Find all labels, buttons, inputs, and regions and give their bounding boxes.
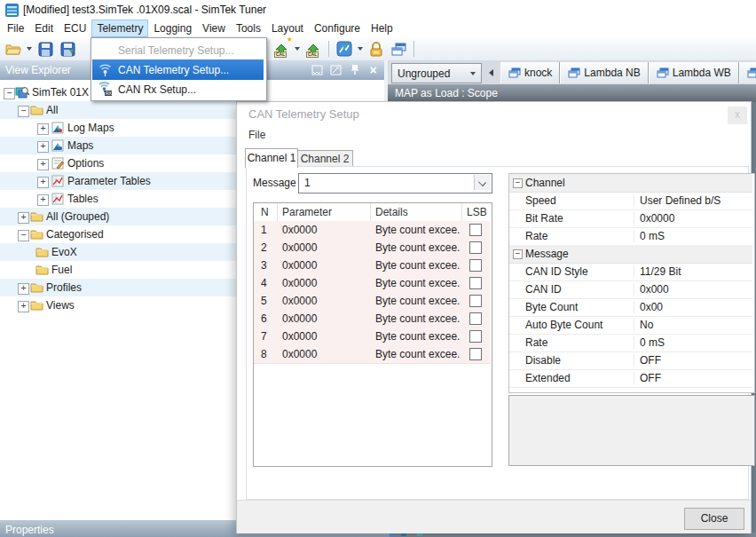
- menu-file[interactable]: File: [2, 20, 29, 37]
- property-value[interactable]: OFF: [634, 354, 752, 367]
- table-row[interactable]: 2 0x0000 Byte count excee...: [254, 239, 490, 257]
- menu-tools[interactable]: Tools: [231, 20, 266, 37]
- scroll-tabs-left-button[interactable]: [484, 65, 498, 80]
- menu-item-can-telemetry-setup[interactable]: CAN Telemetry Setup...: [92, 59, 264, 80]
- tree-node-label: EvoX: [51, 246, 77, 258]
- expander[interactable]: +: [37, 141, 49, 153]
- column-header-details[interactable]: Details: [375, 206, 408, 218]
- expander[interactable]: +: [18, 212, 29, 224]
- open-file-button[interactable]: [4, 39, 23, 59]
- chart-view-button[interactable]: [335, 39, 354, 59]
- table-row[interactable]: 4 0x0000 Byte count excee...: [254, 274, 490, 293]
- expander[interactable]: +: [18, 283, 29, 295]
- property-row[interactable]: Rate0 mS: [509, 334, 752, 352]
- tab-knock[interactable]: knock: [500, 62, 560, 83]
- lsb-checkbox[interactable]: [469, 330, 482, 343]
- save-as-button[interactable]: [58, 39, 77, 59]
- panel-options-icon[interactable]: [329, 63, 343, 76]
- tab-launch[interactable]: Launch: [739, 62, 756, 83]
- lsb-checkbox[interactable]: [469, 241, 482, 254]
- group-selector-dropdown[interactable]: Ungrouped: [391, 63, 482, 83]
- tab-lambda-nb[interactable]: Lambda NB: [560, 62, 648, 83]
- message-dropdown[interactable]: 1: [298, 173, 492, 193]
- expander[interactable]: +: [18, 301, 29, 312]
- property-row[interactable]: Auto Byte CountNo: [509, 316, 752, 335]
- menu-configure[interactable]: Configure: [309, 20, 366, 37]
- property-row[interactable]: Rate0 mS: [509, 227, 752, 246]
- lsb-checkbox[interactable]: [469, 348, 482, 360]
- expander[interactable]: +: [37, 177, 49, 188]
- save-button[interactable]: [35, 39, 55, 59]
- expander[interactable]: −: [18, 106, 29, 117]
- group-expander[interactable]: −: [513, 178, 523, 188]
- tab-lambda-wb[interactable]: Lambda WB: [649, 62, 739, 83]
- property-row[interactable]: CAN ID0x000: [509, 280, 752, 299]
- view-window-title-bar[interactable]: MAP as Load : Scope: [388, 84, 756, 102]
- expander[interactable]: −: [4, 88, 15, 99]
- table-row[interactable]: 7 0x0000 Byte count excee...: [254, 328, 490, 346]
- property-value[interactable]: 0 mS: [634, 230, 752, 242]
- cell-parameter: 0x0000: [282, 224, 367, 236]
- property-value[interactable]: 0x00: [634, 301, 752, 313]
- close-panel-icon[interactable]: ×: [366, 63, 380, 76]
- dialog-close-button[interactable]: x: [728, 107, 747, 124]
- menu-edit[interactable]: Edit: [29, 20, 59, 37]
- property-row[interactable]: Bit Rate0x0000: [509, 209, 752, 228]
- property-value[interactable]: 0 mS: [634, 336, 752, 349]
- dialog-menu-file[interactable]: File: [248, 129, 265, 141]
- dropdown-button[interactable]: [474, 175, 491, 190]
- expander[interactable]: −: [18, 230, 29, 241]
- column-header-n[interactable]: N: [261, 206, 269, 218]
- table-row[interactable]: 6 0x0000 Byte count excee...: [254, 310, 490, 328]
- table-row[interactable]: 8 0x0000 Byte count excee...: [254, 345, 490, 364]
- tab-channel-1[interactable]: Channel 1: [245, 148, 298, 168]
- cascade-windows-button[interactable]: [389, 39, 408, 59]
- close-button[interactable]: Close: [684, 508, 744, 530]
- tab-channel-2[interactable]: Channel 2: [296, 150, 353, 168]
- property-row[interactable]: CAN ID Style11/29 Bit: [509, 263, 752, 281]
- column-header-lsb[interactable]: LSB: [467, 206, 487, 218]
- property-row[interactable]: SpeedUser Defined b/S: [509, 192, 752, 210]
- property-value[interactable]: OFF: [634, 372, 752, 384]
- menu-item-can-rx-setup[interactable]: RX CAN Rx Setup...: [92, 80, 264, 99]
- menu-layout[interactable]: Layout: [266, 20, 309, 37]
- upload-cal-dropdown[interactable]: [295, 47, 300, 51]
- lsb-checkbox[interactable]: [469, 259, 482, 272]
- lsb-checkbox[interactable]: [469, 224, 482, 236]
- menu-ecu[interactable]: ECU: [59, 20, 91, 37]
- menu-logging[interactable]: Logging: [148, 20, 197, 37]
- property-row[interactable]: Byte Count0x00: [509, 298, 752, 317]
- property-value[interactable]: 11/29 Bit: [634, 265, 752, 278]
- lock-button[interactable]: [366, 39, 386, 59]
- group-expander[interactable]: −: [513, 249, 523, 259]
- property-row[interactable]: DisableOFF: [509, 351, 752, 370]
- property-value[interactable]: No: [634, 319, 752, 331]
- menu-telemetry[interactable]: Telemetry: [91, 20, 148, 37]
- column-header-parameter[interactable]: Parameter: [282, 206, 332, 218]
- table-row[interactable]: 5 0x0000 Byte count excee...: [254, 292, 490, 311]
- menu-help[interactable]: Help: [366, 20, 398, 37]
- menu-view[interactable]: View: [197, 20, 231, 37]
- chart-view-dropdown[interactable]: [358, 47, 363, 51]
- expander[interactable]: +: [37, 123, 49, 135]
- table-row[interactable]: 3 0x0000 Byte count excee...: [254, 257, 490, 275]
- upload-cal-button[interactable]: CAL: [303, 39, 323, 59]
- lsb-checkbox[interactable]: [469, 295, 482, 307]
- window-position-icon[interactable]: [311, 63, 324, 76]
- expander[interactable]: +: [37, 194, 49, 206]
- auto-hide-pin-icon[interactable]: [348, 63, 361, 76]
- property-row[interactable]: ExtendedOFF: [509, 369, 752, 388]
- property-group[interactable]: −Channel: [509, 174, 752, 193]
- lsb-checkbox[interactable]: [469, 277, 482, 289]
- table-row[interactable]: 1 0x0000 Byte count excee...: [254, 221, 490, 240]
- property-value[interactable]: User Defined b/S: [634, 194, 752, 207]
- open-file-dropdown[interactable]: [27, 47, 32, 51]
- property-group[interactable]: −Message: [509, 245, 752, 264]
- lsb-checkbox[interactable]: [469, 312, 482, 325]
- property-value[interactable]: 0x0000: [634, 212, 752, 225]
- property-value[interactable]: 0x000: [634, 283, 752, 296]
- upload-cal-new-button[interactable]: ★ CAL: [272, 39, 291, 59]
- title-bar[interactable]: [Modified] test3.SimTek .01X09.scal - Si…: [0, 0, 756, 20]
- cell-details: Byte count excee...: [375, 312, 461, 325]
- expander[interactable]: +: [37, 159, 49, 170]
